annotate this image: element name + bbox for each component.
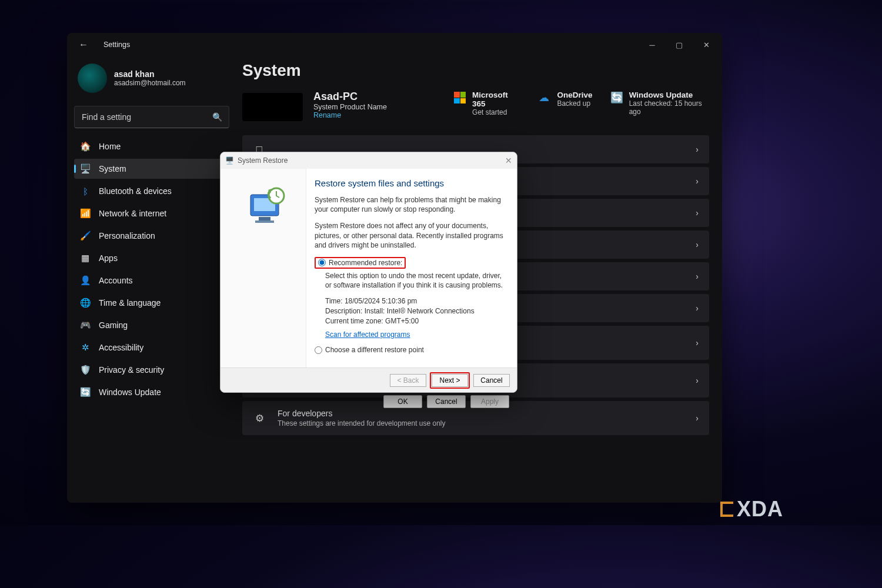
nav-item-network[interactable]: 📶Network & internet [74,203,229,223]
chevron-right-icon: › [696,338,699,348]
nav-label: Network & internet [99,209,166,218]
accounts-icon: 👤 [80,275,91,286]
tile-onedrive[interactable]: ☁ OneDriveBacked up [537,91,592,116]
tile-sub: Get started [472,108,519,116]
tile-title: Microsoft 365 [472,91,519,108]
nav-label: Personalization [99,231,155,240]
tile-windows-update[interactable]: 🔄 Windows UpdateLast checked: 15 hours a… [610,91,709,116]
search-input[interactable] [74,106,229,128]
close-button[interactable]: ✕ [701,41,711,49]
nav-item-system[interactable]: 🖥️System [74,159,229,179]
recommended-desc: Select this option to undo the most rece… [325,271,507,290]
tile-sub: Last checked: 15 hours ago [629,99,709,116]
settings-item-title: For developers [278,409,684,418]
chevron-right-icon: › [696,376,699,385]
radio-different-label[interactable]: Choose a different restore point [325,346,424,354]
nav-label: Time & language [99,298,161,308]
nav-label: Privacy & security [99,365,164,375]
nav-item-time[interactable]: 🌐Time & language [74,293,229,313]
nav-label: Bluetooth & devices [99,186,172,196]
nav-item-privacy[interactable]: 🛡️Privacy & security [74,360,229,380]
time-key: Time: [325,297,343,305]
xda-watermark: XDA [720,497,783,522]
windows-update-icon: 🔄 [610,91,623,105]
pc-name: Asad-PC [313,91,443,103]
nav-label: Windows Update [99,387,161,397]
nav-item-apps[interactable]: ▦Apps [74,248,229,268]
nav-item-bluetooth[interactable]: ᛒBluetooth & devices [74,181,229,201]
radio-recommended[interactable] [318,259,326,266]
cancel-button[interactable]: Cancel [427,395,466,408]
time-val: 18/05/2024 5:10:36 pm [345,297,417,305]
dialog-close-button[interactable]: ✕ [505,156,512,165]
svg-rect-3 [255,220,274,223]
nav-label: Accessibility [99,343,143,352]
tile-microsoft365[interactable]: Microsoft 365Get started [453,91,519,116]
titlebar: ← Settings ─ ▢ ✕ [67,33,722,56]
pc-product: System Product Name [313,103,443,111]
chevron-right-icon: › [696,272,699,281]
radio-recommended-label[interactable]: Recommended restore: [329,259,402,267]
windows-icon: 🔄 [80,387,91,397]
radio-different[interactable] [315,346,322,354]
ok-button[interactable]: OK [383,395,422,408]
dialog-para1: System Restore can help fix problems tha… [315,195,507,214]
nav-label: Apps [99,253,118,263]
apply-button: Apply [470,395,509,408]
maximize-button[interactable]: ▢ [674,41,684,49]
minimize-button[interactable]: ─ [647,41,657,49]
privacy-icon: 🛡️ [80,365,91,375]
nav-item-home[interactable]: 🏠Home [74,136,229,156]
onedrive-icon: ☁ [537,91,551,105]
dialog-heading: Restore system files and settings [315,178,507,188]
dialog-footer: < Back Next > Cancel [220,368,517,392]
chevron-right-icon: › [696,240,699,249]
system-icon: 🖥️ [80,163,91,174]
personalization-icon: 🖌️ [80,230,91,241]
recommended-highlight: Recommended restore: [315,257,406,269]
nav-item-personalization[interactable]: 🖌️Personalization [74,226,229,246]
nav-label: Gaming [99,320,128,330]
user-name: asad khan [114,69,186,79]
nav-label: Home [99,142,121,151]
back-arrow-icon[interactable]: ← [79,39,88,50]
chevron-right-icon: › [696,208,699,218]
chevron-right-icon: › [696,176,699,186]
nav-label: System [99,164,126,173]
desc-val: Install: Intel® Network Connections [365,307,475,315]
app-title: Settings [103,41,130,49]
tz-key: Current time zone: [325,317,383,325]
cancel-dialog-button[interactable]: Cancel [473,374,510,387]
dialog-side-image [220,169,306,368]
nav-item-windows[interactable]: 🔄Windows Update [74,382,229,402]
legacy-buttons: OK Cancel Apply [383,395,509,408]
rename-link[interactable]: Rename [313,111,443,119]
tile-title: Windows Update [629,91,709,99]
window-controls: ─ ▢ ✕ [647,41,716,49]
nav-item-accessibility[interactable]: ✲Accessibility [74,338,229,358]
settings-item-sub: These settings are intended for developm… [278,419,684,427]
nav-list: 🏠Home🖥️SystemᛒBluetooth & devices📶Networ… [74,136,229,402]
accessibility-icon: ✲ [80,342,91,353]
dialog-title: System Restore [238,156,288,165]
nav-label: Accounts [99,276,133,285]
microsoft365-icon [453,91,466,105]
next-button[interactable]: Next > [432,374,468,387]
apps-icon: ▦ [80,253,91,263]
nav-item-accounts[interactable]: 👤Accounts [74,270,229,290]
dialog-titlebar: 🖥️ System Restore ✕ [220,152,517,169]
tile-sub: Backed up [557,99,592,108]
nav-item-gaming[interactable]: 🎮Gaming [74,315,229,335]
chevron-right-icon: › [696,303,699,313]
tz-val: GMT+5:00 [385,317,419,325]
pc-thumbnail [242,93,303,121]
desc-key: Description: [325,307,362,315]
chevron-right-icon: › [696,413,699,423]
next-highlight: Next > [430,372,470,389]
profile-block[interactable]: asad khan asadsim@hotmail.com [74,56,229,103]
chevron-right-icon: › [696,145,699,154]
gaming-icon: 🎮 [80,320,91,330]
tile-title: OneDrive [557,91,592,99]
network-icon: 📶 [80,208,91,219]
scan-affected-link[interactable]: Scan for affected programs [325,330,410,339]
